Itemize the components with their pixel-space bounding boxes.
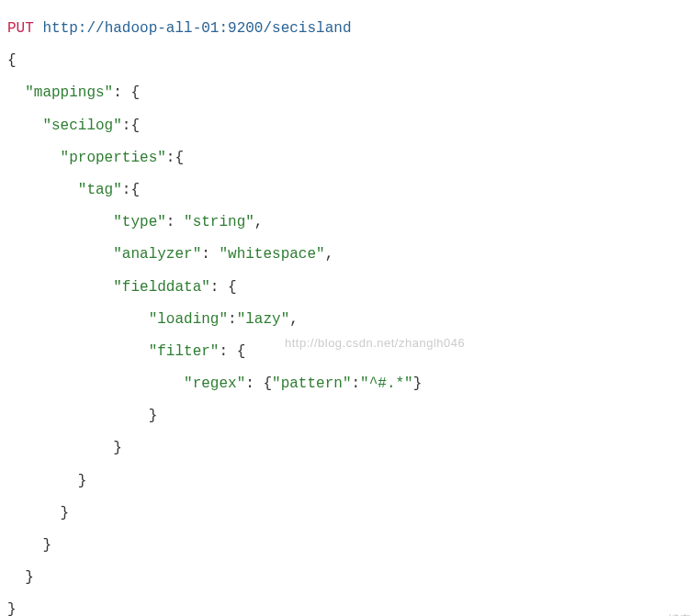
code-line: } <box>7 400 692 432</box>
http-url: http://hadoop-all-01:9200/secisland <box>42 20 351 37</box>
code-line: } <box>7 465 692 498</box>
code-block: PUT http://hadoop-all-01:9200/secisland … <box>7 13 692 616</box>
code-line: "properties":{ <box>7 142 692 174</box>
code-line: } <box>7 594 692 616</box>
code-line: } <box>7 498 692 530</box>
code-line: "tag":{ <box>7 174 692 207</box>
code-line: "type": "string", <box>7 207 692 239</box>
code-line: "analyzer": "whitespace", <box>7 239 692 271</box>
request-line: PUT http://hadoop-all-01:9200/secisland <box>7 13 692 45</box>
code-line: } <box>7 432 692 465</box>
code-line: } <box>7 530 692 562</box>
code-line: "filter": { <box>7 336 692 368</box>
code-line: "mappings": { <box>7 77 692 109</box>
code-line: "fielddata": { <box>7 272 692 304</box>
http-method: PUT <box>7 20 34 37</box>
code-line: } <box>7 562 692 594</box>
code-line: "regex": {"pattern":"^#.*"} <box>7 368 692 400</box>
code-line: { <box>7 45 692 77</box>
code-line: "secilog":{ <box>7 110 692 142</box>
code-line: "loading":"lazy", <box>7 304 692 336</box>
